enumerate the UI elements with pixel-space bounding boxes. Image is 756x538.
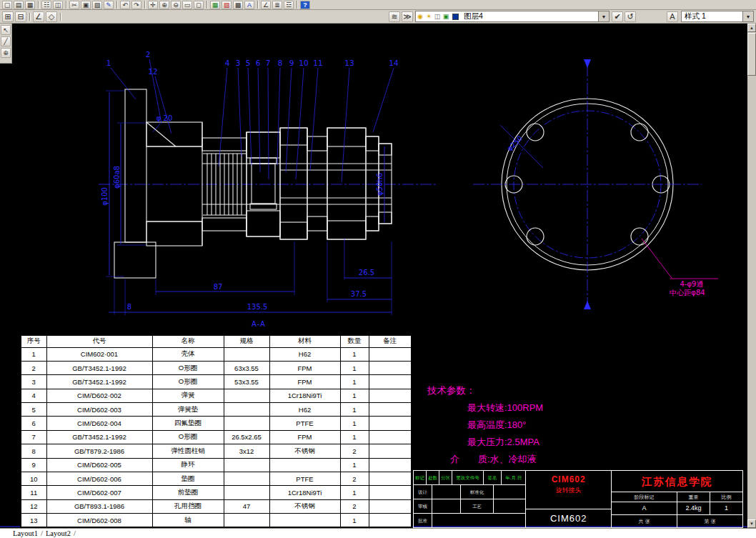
bom-cell: 13 bbox=[21, 514, 46, 528]
zoom-tool-icon[interactable]: ⊕ bbox=[1, 48, 11, 58]
select-icon[interactable]: ↖ bbox=[1, 25, 11, 35]
layer-previous-icon[interactable]: ↺ bbox=[625, 11, 636, 22]
layer-freeze-icon[interactable]: ☀ bbox=[424, 13, 433, 20]
scroll-thumb[interactable] bbox=[747, 33, 756, 76]
layer-tools-group: ≋≫ bbox=[388, 11, 414, 22]
title-block[interactable]: 标记 处数 分区 更改文件号 签名 年.月.日 设计 标准化 审核 工艺 bbox=[413, 470, 743, 528]
bom-cell: 6 bbox=[21, 417, 46, 430]
style-controls: A 样式 1 ▼ bbox=[666, 11, 754, 22]
paste-icon[interactable]: ▨ bbox=[92, 1, 102, 9]
svg-text:4-φ9通: 4-φ9通 bbox=[680, 280, 704, 288]
table-row: 6CIM/D602·004四氟垫圈PTFE1 bbox=[21, 417, 412, 430]
zoom-window-icon[interactable]: ▭ bbox=[182, 1, 192, 9]
bom-cell bbox=[224, 486, 269, 499]
make-object-layer-current-icon[interactable]: ✔ bbox=[612, 11, 623, 22]
bom-cell: 孔用挡圈 bbox=[152, 499, 224, 513]
bom-cell bbox=[369, 472, 412, 485]
insert-table-icon[interactable]: ▦ bbox=[210, 1, 220, 9]
copy-icon[interactable]: ▣ bbox=[81, 1, 91, 9]
hatch-icon[interactable]: ▩ bbox=[233, 1, 243, 9]
layer-selector[interactable]: ◉☀◫▣ 图层4 ▼ bbox=[415, 11, 610, 22]
style-combo-dropdown[interactable]: ▼ bbox=[742, 11, 753, 21]
layer-plot-icon[interactable]: ▣ bbox=[442, 13, 450, 20]
bom-cell: FPM bbox=[269, 375, 340, 389]
pan-icon[interactable]: ✛ bbox=[148, 1, 158, 9]
bom-cell bbox=[224, 347, 269, 361]
layer-lock-icon[interactable]: ◫ bbox=[433, 13, 442, 20]
draw-line-icon[interactable]: ╱ bbox=[1, 36, 11, 46]
bom-cell bbox=[224, 389, 269, 402]
match-properties-icon[interactable]: ✎ bbox=[104, 1, 114, 9]
label-scale: 比例 bbox=[710, 492, 742, 502]
layer-on-icon[interactable]: ◉ bbox=[416, 13, 424, 20]
named-views-icon[interactable]: ◇ bbox=[46, 11, 57, 22]
toolbar-separator bbox=[60, 13, 61, 21]
svg-text:6: 6 bbox=[256, 59, 261, 67]
help-icon[interactable]: ? bbox=[300, 1, 310, 9]
bom-cell: 1 bbox=[340, 375, 369, 389]
bom-cell: 四氟垫圈 bbox=[152, 417, 224, 430]
drawing-canvas[interactable]: 1 2 12 4 3 5 6 7 8 9 10 bbox=[0, 24, 747, 528]
text-style-icon[interactable]: A bbox=[667, 11, 678, 22]
undo-icon[interactable]: ↶ bbox=[120, 1, 130, 9]
bom-cell: CIM/D602·004 bbox=[46, 417, 152, 430]
style-selector[interactable]: 样式 1 ▼ bbox=[681, 11, 754, 22]
plot-icon[interactable]: ☷ bbox=[41, 1, 51, 9]
bom-cell: 53x3.55 bbox=[224, 375, 269, 389]
layer-list-icon[interactable]: ≣ bbox=[272, 1, 282, 9]
bom-cell: CIM/D602·003 bbox=[46, 403, 152, 417]
ucs-icon[interactable]: ∠ bbox=[33, 11, 44, 22]
bom-header-cell: 备注 bbox=[369, 335, 412, 347]
tab-layout2[interactable]: Layout2 bbox=[43, 529, 74, 537]
toolbar-separator bbox=[297, 1, 297, 9]
bom-header-cell: 材料 bbox=[269, 335, 340, 347]
toolbar-separator bbox=[66, 1, 66, 9]
vertical-scrollbar[interactable]: ▲ ▼ bbox=[747, 24, 756, 528]
save-icon[interactable]: ▦ bbox=[25, 1, 35, 9]
measure-icon[interactable]: ∠ bbox=[261, 1, 271, 9]
label-sheet-no: 第 张 bbox=[677, 515, 742, 528]
zoom-extents-icon[interactable]: ◻ bbox=[194, 1, 204, 9]
print-preview-icon[interactable]: ◫ bbox=[53, 1, 63, 9]
bom-cell: GB/T3452.1-1992 bbox=[46, 430, 152, 444]
toolbar-standard: ▢▤▦☷◫✂▣▨✎↶↷✛⊕⊖▭◻▦▧▩A∠≣☲? bbox=[0, 0, 756, 10]
section-arrow-top bbox=[584, 59, 591, 68]
insert-block-icon[interactable]: ▧ bbox=[222, 1, 232, 9]
zoom-out-icon[interactable]: ⊖ bbox=[171, 1, 181, 9]
properties-icon[interactable]: ☲ bbox=[284, 1, 294, 9]
table-row: 2GB/T3452.1-1992O形圈63x3.55FPM1 bbox=[21, 361, 412, 374]
tab-layout1[interactable]: Layout1 bbox=[10, 529, 41, 537]
new-icon[interactable]: ▢ bbox=[2, 1, 12, 9]
layer-properties-manager-icon[interactable]: ≋ bbox=[389, 11, 400, 22]
svg-text:11: 11 bbox=[313, 59, 322, 67]
title-block-code-area: CIM602 旋转接头 CIM602 bbox=[526, 471, 612, 527]
end-view[interactable]: φ250 4-φ9通 中心距φ84 bbox=[473, 59, 718, 309]
zoom-in-icon[interactable]: ⊕ bbox=[159, 1, 169, 9]
label-date: 年.月.日 bbox=[502, 471, 525, 484]
qnew-icon[interactable]: ⊞ bbox=[2, 11, 14, 22]
bom-cell bbox=[369, 347, 412, 361]
bom-cell: 1 bbox=[340, 430, 369, 444]
scroll-down-button[interactable]: ▼ bbox=[747, 519, 756, 528]
redo-icon[interactable]: ↷ bbox=[131, 1, 141, 9]
layer-color-swatch bbox=[452, 14, 459, 20]
bom-cell: O形圈 bbox=[152, 430, 224, 444]
bom-cell: 11 bbox=[21, 486, 46, 499]
open-icon[interactable]: ▤ bbox=[14, 1, 24, 9]
layer-states-icon[interactable]: ≫ bbox=[402, 11, 413, 22]
bom-cell: 8 bbox=[21, 444, 46, 458]
svg-text:2: 2 bbox=[146, 50, 151, 59]
bom-header-row: 序号代号名称规格材料数量备注 bbox=[21, 335, 412, 347]
svg-text:中心距φ84: 中心距φ84 bbox=[670, 289, 705, 297]
bom-cell: 不锈钢 bbox=[269, 444, 340, 458]
scroll-up-button[interactable]: ▲ bbox=[747, 24, 756, 32]
layer-combo-dropdown[interactable]: ▼ bbox=[598, 11, 609, 21]
bom-cell: 26.5x2.65 bbox=[224, 430, 269, 444]
text-icon[interactable]: A bbox=[244, 1, 254, 9]
osnap-settings-icon[interactable]: ⊟ bbox=[15, 11, 26, 22]
svg-text:φ60a8: φ60a8 bbox=[113, 166, 121, 189]
bom-cell: 1Cr18Ni9Ti bbox=[269, 486, 340, 499]
label-stage: 阶段标记 bbox=[612, 492, 677, 502]
cut-icon[interactable]: ✂ bbox=[69, 1, 79, 9]
bom-table[interactable]: 序号代号名称规格材料数量备注 1CIM602·001壳体H6212GB/T345… bbox=[20, 334, 411, 528]
